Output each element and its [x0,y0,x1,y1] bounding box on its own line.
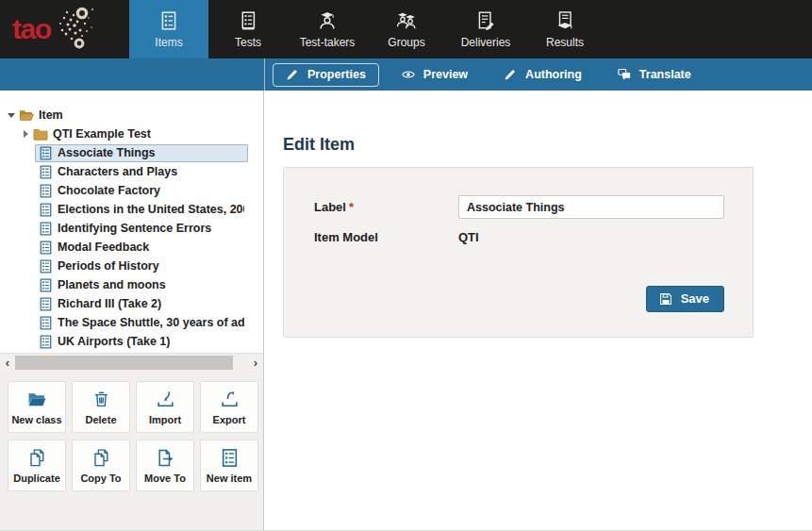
item-list-icon [39,316,53,330]
tree-item-richard-iii-take-2[interactable]: Richard III (Take 2) [0,294,263,313]
tab-test-takers[interactable]: Test-takers [288,0,367,58]
move-to-label: Move To [144,473,186,484]
tree-item-identifying-sentence-errors[interactable]: Identifying Sentence Errors [0,219,263,238]
tree-item-space-shuttle[interactable]: The Space Shuttle, 30 years of adventur [0,313,263,332]
save-button[interactable]: Save [646,286,724,312]
duplicate-button[interactable]: Duplicate [8,440,66,491]
label-input[interactable] [458,195,724,219]
copy-to-button[interactable]: Copy To [72,440,130,491]
tree-item-periods-of-history[interactable]: Periods of History [0,257,263,275]
tao-logo-text: tao [12,15,51,43]
tree-item-chocolate-factory[interactable]: Chocolate Factory [0,181,263,200]
tab-groups[interactable]: Groups [367,0,446,58]
eye-icon [402,68,415,81]
new-item-button[interactable]: New item [200,440,258,491]
expander-collapse-icon[interactable] [8,113,15,118]
export-button[interactable]: Export [200,381,258,433]
tree-item-label: Richard III (Take 2) [58,297,161,310]
delete-button[interactable]: Delete [72,381,130,433]
preview-button[interactable]: Preview [389,63,481,87]
tab-deliveries[interactable]: Deliveries [446,0,525,58]
results-icon [555,10,575,31]
tree-item-label: Modal Feedback [58,241,149,254]
move-to-button[interactable]: Move To [136,440,194,491]
tab-items-label: Items [155,36,182,49]
pencil-icon [286,68,299,81]
copy-to-label: Copy To [80,473,121,484]
item-list-icon [39,165,53,179]
deliveries-icon [475,10,496,31]
tree-item-label: UK Airports (Take 1) [58,335,170,348]
item-list-icon [39,335,53,349]
item-model-label: Item Model [314,230,458,244]
tree-class-qti-example-test[interactable]: QTI Example Test [0,124,263,143]
item-tree: Item QTI Example Test [0,91,263,353]
item-list-icon [39,297,53,311]
tree-item-associate-things[interactable]: Associate Things [0,143,263,162]
item-list-icon [39,203,53,217]
tree-class-item[interactable]: Item [0,106,263,124]
tao-backoffice-window: tao [0,0,812,531]
tree-selection-highlight: Associate Things [35,144,248,162]
tree-item-elections-us-2004[interactable]: Elections in the United States, 2004 [0,200,263,219]
tree-item-label: Chocolate Factory [58,184,160,197]
tree-item-characters-and-plays[interactable]: Characters and Plays [0,162,263,181]
item-action-bar: Properties Preview Authoring Translate [0,58,812,91]
import-icon [156,390,175,409]
tree-item-label: The Space Shuttle, 30 years of adventur [58,316,244,329]
tab-test-takers-label: Test-takers [300,36,356,49]
tab-deliveries-label: Deliveries [461,36,511,49]
tree-horizontal-scrollbar[interactable]: ‹ › [0,353,263,372]
tree-class-item-label: Item [39,108,63,122]
save-label: Save [681,291,709,306]
tree-item-label: Characters and Plays [58,165,177,178]
copy-icon [91,448,111,468]
translate-icon [618,68,631,81]
import-label: Import [149,414,181,425]
item-list-icon [39,278,53,292]
item-list-icon [39,146,53,160]
required-marker: * [349,200,354,214]
tree-item-uk-airports-take-1[interactable]: UK Airports (Take 1) [0,332,263,351]
export-label: Export [213,414,246,425]
scroll-left-icon[interactable]: ‹ [0,357,15,369]
authoring-label: Authoring [525,68,582,82]
new-item-label: New item [207,473,252,484]
properties-label: Properties [307,68,366,82]
authoring-button[interactable]: Authoring [490,63,595,87]
new-class-button[interactable]: New class [8,381,66,433]
expander-expand-icon[interactable] [24,130,28,138]
item-list-icon [39,241,53,255]
save-floppy-icon [659,292,672,306]
new-item-icon [220,448,240,468]
tao-logo-burst-icon [53,5,96,52]
new-class-label: New class [11,414,61,425]
trash-icon [91,390,111,409]
tree-item-label: Associate Things [58,146,156,159]
save-row: Save [314,286,724,312]
page-title: Edit Item [283,135,812,155]
scroll-right-icon[interactable]: › [248,357,263,369]
preview-label: Preview [423,68,468,82]
top-nav: tao [0,0,812,58]
properties-button[interactable]: Properties [273,63,379,87]
tab-items[interactable]: Items [129,0,208,58]
import-button[interactable]: Import [136,381,194,433]
folder-closed-icon [33,126,48,141]
folder-open-icon [19,108,34,123]
tab-groups-label: Groups [388,36,424,49]
duplicate-icon [27,448,47,468]
tab-tests[interactable]: Tests [208,0,288,58]
tree-item-planets-and-moons[interactable]: Planets and moons [0,275,263,294]
tree-item-modal-feedback[interactable]: Modal Feedback [0,238,263,257]
item-list-icon [39,259,53,274]
tab-results-label: Results [546,36,584,49]
translate-button[interactable]: Translate [605,63,704,87]
groups-icon [396,10,417,31]
tao-logo[interactable]: tao [0,0,129,58]
item-model-value: QTI [458,230,479,244]
new-class-folder-icon [27,390,47,409]
action-bar-buttons: Properties Preview Authoring Translate [273,63,704,87]
tab-results[interactable]: Results [525,0,605,58]
scrollbar-thumb[interactable] [15,356,233,370]
